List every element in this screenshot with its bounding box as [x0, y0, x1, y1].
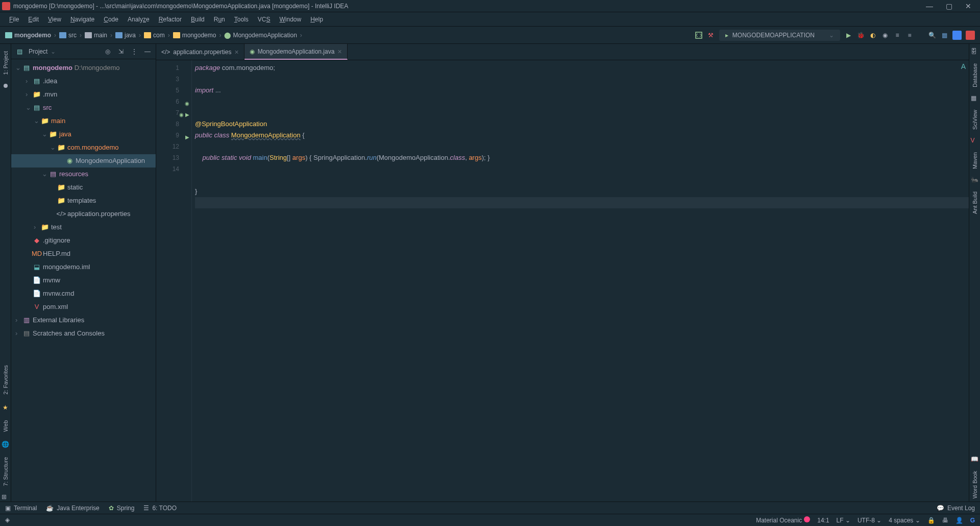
tree-ext-libs[interactable]: ›▥External Libraries	[11, 314, 156, 327]
bc-item-com[interactable]: com	[144, 32, 165, 39]
stacktrace-icon[interactable]: ≡	[893, 31, 901, 39]
rail-project[interactable]: 1: Project	[2, 48, 10, 78]
bc-item-src[interactable]: src	[59, 32, 77, 39]
tree-pom[interactable]: Vpom.xml	[11, 300, 156, 314]
tree-scratches[interactable]: ›▤Scratches and Consoles	[11, 327, 156, 340]
inspection-icon[interactable]: A	[961, 62, 966, 70]
project-view-selector[interactable]: ▤ Project ⌄	[15, 48, 56, 55]
bc-item-mongodemo[interactable]: mongodemo	[173, 32, 216, 39]
tab-appjava[interactable]: ◉MongodemoApplication.java×	[244, 44, 348, 60]
status-indent[interactable]: 4 spaces ⌄	[889, 517, 920, 524]
tree-iml[interactable]: ⬓mongodemo.iml	[11, 260, 156, 274]
bc-item-main[interactable]: main	[85, 32, 107, 39]
hammer-icon[interactable]: ⚒	[707, 31, 715, 39]
rail-sciview[interactable]: SciView	[971, 107, 979, 133]
rail-maven[interactable]: Maven	[971, 149, 979, 172]
build-icon[interactable]	[695, 31, 703, 39]
run-button[interactable]: ▶	[844, 31, 852, 39]
menu-file[interactable]: File	[5, 14, 23, 25]
tree-templates[interactable]: 📁templates	[11, 194, 156, 207]
status-printer-icon[interactable]: 🖶	[942, 517, 948, 524]
tool-todo[interactable]: ☰6: TODO	[143, 505, 177, 512]
collapse-all-icon[interactable]: ⇲	[117, 47, 125, 56]
tree-mvnwcmd[interactable]: 📄mvnw.cmd	[11, 287, 156, 300]
bc-item-class[interactable]: ⬤MongodemoApplication	[224, 32, 297, 39]
project-tree[interactable]: ⌄▤mongodemo D:\mongodemo ›▤.idea ›📁.mvn …	[11, 59, 156, 342]
menu-view[interactable]: View	[44, 14, 65, 25]
tree-appprops[interactable]: </>application.properties	[11, 207, 156, 221]
bc-item-project[interactable]: mongodemo	[5, 32, 51, 39]
hide-icon[interactable]: —	[143, 47, 152, 56]
tree-java[interactable]: ⌄📁java	[11, 128, 156, 141]
layers-icon[interactable]: ◈	[5, 516, 13, 524]
tree-resources[interactable]: ⌄▤resources	[11, 168, 156, 181]
profile-button[interactable]: ◉	[881, 31, 889, 39]
close-icon[interactable]: ×	[234, 48, 238, 56]
ant-icon[interactable]: 🐜	[971, 176, 979, 184]
rail-database[interactable]: Database	[971, 60, 979, 90]
search-icon[interactable]: 🔍	[928, 31, 936, 39]
rail-ant[interactable]: Ant Build	[971, 188, 979, 217]
tree-mvnw[interactable]: 📄mvnw	[11, 274, 156, 287]
tool-event-log[interactable]: 💬Event Log	[937, 505, 975, 512]
tree-idea[interactable]: ›▤.idea	[11, 75, 156, 88]
debug-button[interactable]: 🐞	[856, 31, 865, 39]
rail-web[interactable]: Web	[2, 417, 10, 435]
rail-favorites[interactable]: 2: Favorites	[2, 362, 10, 397]
status-cursor-pos[interactable]: 14:1	[817, 517, 829, 524]
stop-button[interactable]: ■	[905, 31, 914, 39]
tree-pkg[interactable]: ⌄📁com.mongodemo	[11, 141, 156, 154]
tree-static[interactable]: 📁static	[11, 181, 156, 194]
settings-icon[interactable]: ⋮	[130, 47, 138, 56]
status-theme[interactable]: Material Oceanic	[756, 516, 810, 524]
status-line-ending[interactable]: LF ⌄	[837, 517, 850, 524]
run-config-dropdown[interactable]: ▸ MONGODEMOAPPLICATION ⌄	[719, 30, 840, 41]
target-icon[interactable]: ◎	[104, 47, 112, 56]
tree-gitignore[interactable]: ◆.gitignore	[11, 234, 156, 247]
tree-test[interactable]: ›📁test	[11, 221, 156, 234]
bc-item-java[interactable]: java	[115, 32, 136, 39]
menu-analyze[interactable]: Analyze	[124, 14, 154, 25]
close-icon[interactable]: ×	[337, 47, 341, 56]
status-encoding[interactable]: UTF-8 ⌄	[857, 517, 881, 524]
database-icon[interactable]: 🗄	[971, 48, 979, 56]
maximize-button[interactable]: ▢	[945, 3, 952, 10]
wordbook-icon[interactable]: 📖	[971, 456, 979, 464]
translate-red-icon[interactable]	[966, 31, 975, 40]
menu-refactor[interactable]: Refactor	[155, 14, 186, 25]
menu-build[interactable]: Build	[187, 14, 209, 25]
menu-tools[interactable]: Tools	[230, 14, 253, 25]
translate-blue-icon[interactable]	[952, 31, 962, 40]
tree-main[interactable]: ⌄📁main	[11, 114, 156, 128]
menu-navigate[interactable]: Navigate	[66, 14, 99, 25]
status-google-icon[interactable]: G	[970, 517, 975, 524]
menu-help[interactable]: Help	[306, 14, 327, 25]
menu-vcs[interactable]: VCS	[254, 14, 275, 25]
tool-spring[interactable]: ✿Spring	[109, 505, 135, 512]
menu-code[interactable]: Code	[100, 14, 122, 25]
tool-javaee[interactable]: ☕Java Enterprise	[46, 505, 99, 512]
theme-dot-icon	[804, 516, 810, 522]
tree-mvn[interactable]: ›📁.mvn	[11, 88, 156, 101]
menu-run[interactable]: Run	[210, 14, 229, 25]
tool-terminal[interactable]: ▣Terminal	[5, 505, 37, 512]
code-area[interactable]: 1 3 5 6◉ 7◉ ▶ 8 9▶ 12 13 14 package com.…	[156, 60, 969, 501]
coverage-button[interactable]: ◐	[869, 31, 877, 39]
grid-icon[interactable]: ▦	[940, 31, 948, 39]
close-button[interactable]: ✕	[965, 3, 972, 10]
code-text[interactable]: package com.mongodemo; import ... @Sprin…	[192, 60, 969, 501]
tree-help[interactable]: MDHELP.md	[11, 247, 156, 260]
sciview-icon[interactable]: ▦	[971, 94, 979, 103]
status-person-icon[interactable]: 👤	[955, 517, 963, 524]
tree-src[interactable]: ⌄▤src	[11, 101, 156, 114]
menu-edit[interactable]: Edit	[24, 14, 43, 25]
menu-window[interactable]: Window	[275, 14, 305, 25]
maven-icon[interactable]: V	[971, 137, 979, 145]
tree-root[interactable]: ⌄▤mongodemo D:\mongodemo	[11, 61, 156, 75]
rail-structure[interactable]: 7: Structure	[2, 454, 10, 489]
tab-appprops[interactable]: </>application.properties×	[156, 44, 244, 60]
tree-app-class[interactable]: ◉MongodemoApplication	[11, 154, 156, 168]
minimize-button[interactable]: —	[926, 3, 933, 10]
rail-wordbook[interactable]: Word Book	[971, 468, 979, 501]
status-lock-icon[interactable]: 🔒	[927, 517, 935, 524]
